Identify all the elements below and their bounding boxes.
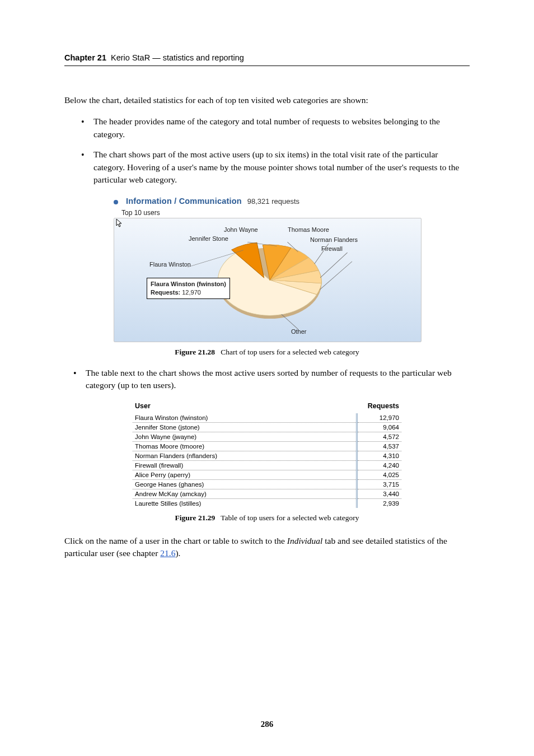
tooltip-req-label: Requests: — [151, 289, 180, 296]
figure-21-28: Information / Communication 98,321 reque… — [114, 197, 420, 357]
hover-tooltip: Flaura Winston (fwinston) Requests: 12,9… — [147, 278, 230, 299]
requests-cell: 3,715 — [357, 479, 402, 489]
requests-cell: 4,572 — [357, 432, 402, 441]
slice-label-norman[interactable]: Norman Flanders — [310, 236, 358, 243]
user-cell[interactable]: Norman Flanders (nflanders) — [133, 451, 357, 460]
requests-cell: 12,970 — [357, 413, 402, 423]
user-cell[interactable]: Andrew McKay (amckay) — [133, 489, 357, 498]
closing-pre: Click on the name of a user in the chart… — [64, 536, 287, 545]
closing-post: ). — [175, 548, 180, 558]
slice-label-other[interactable]: Other — [291, 328, 307, 335]
individual-tab-name: Individual — [287, 536, 323, 545]
user-cell[interactable]: George Hanes (ghanes) — [133, 479, 357, 489]
category-bullet-icon — [114, 200, 118, 204]
table-row: Andrew McKay (amckay)3,440 — [133, 489, 401, 498]
slice-label-firewall[interactable]: Firewall — [321, 245, 343, 252]
slice-label-jennifer[interactable]: Jennifer Stone — [189, 235, 228, 242]
figure-21-29-caption: Figure 21.29 Table of top users for a se… — [64, 514, 470, 522]
top-users-table: User Requests Flaura Winston (fwinston)1… — [133, 400, 401, 508]
chapter-title: Kerio StaR — statistics and reporting — [111, 53, 244, 62]
user-cell[interactable]: Laurette Stilles (lstilles) — [133, 498, 357, 508]
fig28-num: Figure 21.28 — [175, 348, 215, 356]
user-cell[interactable]: Firewall (firewall) — [133, 460, 357, 470]
col-user: User — [133, 400, 357, 413]
requests-cell: 4,537 — [357, 441, 402, 451]
chapter-label: Chapter 21 — [64, 53, 106, 62]
running-head: Chapter 21 Kerio StaR — statistics and r… — [64, 53, 470, 66]
category-bullets: The header provides name of the category… — [64, 115, 470, 186]
user-cell[interactable]: Flaura Winston (fwinston) — [133, 413, 357, 423]
table-row: Thomas Moore (tmoore)4,537 — [133, 441, 401, 451]
table-row: Jennifer Stone (jstone)9,064 — [133, 422, 401, 432]
user-cell[interactable]: Thomas Moore (tmoore) — [133, 441, 357, 451]
category-title: Information / Communication — [126, 197, 242, 206]
tooltip-req-value: 12,970 — [182, 289, 201, 296]
bullet-table-desc: The table next to the chart shows the mo… — [64, 367, 470, 392]
table-row: John Wayne (jwayne)4,572 — [133, 432, 401, 441]
table-row: Norman Flanders (nflanders)4,310 — [133, 451, 401, 460]
slice-label-flaura[interactable]: Flaura Winston — [149, 261, 191, 268]
svg-line-5 — [320, 253, 347, 278]
chapter-link-21-6[interactable]: 21.6 — [160, 548, 175, 558]
user-cell[interactable]: Jennifer Stone (jstone) — [133, 422, 357, 432]
slice-label-thomas[interactable]: Thomas Moore — [288, 226, 329, 233]
page-number: 286 — [0, 720, 534, 729]
category-request-count: 98,321 requests — [247, 197, 299, 206]
fig28-text: Chart of top users for a selected web ca… — [221, 348, 359, 356]
tooltip-user: Flaura Winston (fwinston) — [151, 281, 226, 287]
figure-21-29: User Requests Flaura Winston (fwinston)1… — [133, 400, 401, 508]
fig29-num: Figure 21.29 — [175, 514, 216, 522]
requests-cell: 4,310 — [357, 451, 402, 460]
bullet-chart-desc: The chart shows part of the most active … — [81, 148, 470, 186]
requests-cell: 4,240 — [357, 460, 402, 470]
figure-21-28-caption: Figure 21.28 Chart of top users for a se… — [114, 348, 420, 357]
table-row: Laurette Stilles (lstilles)2,939 — [133, 498, 401, 508]
closing-paragraph: Click on the name of a user in the chart… — [64, 535, 470, 560]
user-cell[interactable]: John Wayne (jwayne) — [133, 432, 357, 441]
requests-cell: 9,064 — [357, 422, 402, 432]
svg-line-6 — [320, 262, 352, 290]
bullet-header-desc: The header provides name of the category… — [81, 115, 470, 141]
slice-label-john[interactable]: John Wayne — [224, 226, 258, 233]
cursor-icon — [114, 218, 123, 228]
user-cell[interactable]: Alice Perry (aperry) — [133, 470, 357, 479]
intro-text: Below the chart, detailed statistics for… — [64, 94, 470, 106]
requests-cell: 2,939 — [357, 498, 402, 508]
pie-chart[interactable]: John Wayne Jennifer Stone Flaura Winston… — [114, 218, 421, 342]
table-row: Alice Perry (aperry)4,025 — [133, 470, 401, 479]
requests-cell: 4,025 — [357, 470, 402, 479]
fig29-text: Table of top users for a selected web ca… — [221, 514, 359, 522]
requests-cell: 3,440 — [357, 489, 402, 498]
after-fig28-bullets: The table next to the chart shows the mo… — [64, 367, 470, 392]
table-row: Firewall (firewall)4,240 — [133, 460, 401, 470]
table-row: George Hanes (ghanes)3,715 — [133, 479, 401, 489]
table-row: Flaura Winston (fwinston)12,970 — [133, 413, 401, 423]
col-requests: Requests — [357, 400, 402, 413]
svg-line-7 — [282, 314, 298, 329]
top10-label: Top 10 users — [121, 209, 420, 217]
